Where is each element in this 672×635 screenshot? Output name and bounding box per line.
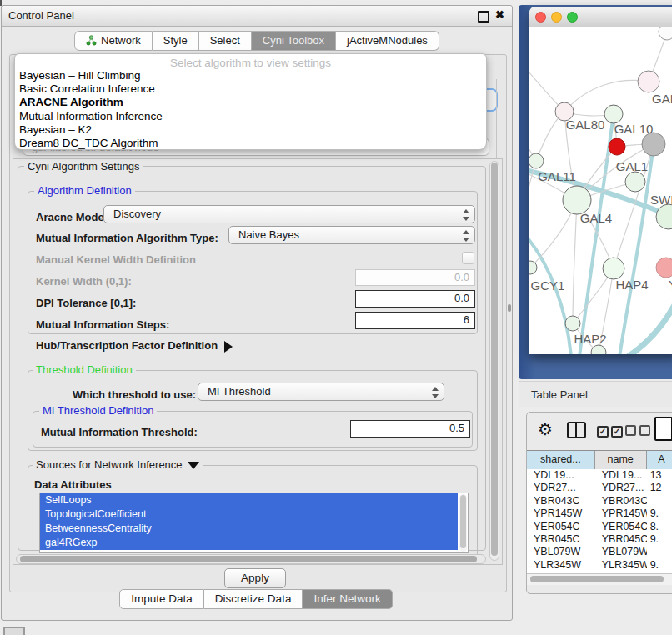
which-threshold-label: Which threshold to use:: [73, 388, 196, 401]
close-traffic-light[interactable]: [535, 12, 546, 22]
network-edge[interactable]: [628, 295, 672, 354]
network-edge[interactable]: [573, 200, 577, 323]
algorithm-option[interactable]: Dream8 DC_TDC Algorithm: [15, 137, 486, 150]
hub-definition-toggle[interactable]: Hub/Transcription Factor Definition: [36, 339, 233, 352]
table-cell: YLR345W: [595, 559, 647, 572]
tab-jactivemnodules[interactable]: jActiveMNodules: [336, 31, 439, 51]
sources-toggle[interactable]: Sources for Network Inference: [33, 459, 203, 470]
algorithm-option[interactable]: ARACNE Algorithm: [15, 96, 486, 109]
algorithm-option[interactable]: Basic Correlation Inference: [15, 82, 486, 96]
network-node-gal4[interactable]: [563, 186, 591, 214]
tab-infer-network[interactable]: Infer Network: [303, 589, 392, 609]
algorithm-option[interactable]: Bayesian – K2: [15, 123, 486, 137]
scrollbar-thumb[interactable]: [491, 162, 498, 556]
mi-threshold-field[interactable]: 0.5: [350, 420, 470, 438]
table-row[interactable]: YBL079WYBL079W: [527, 546, 672, 558]
apply-button[interactable]: Apply: [224, 568, 286, 588]
bottom-left-icon[interactable]: [3, 627, 25, 635]
column-header[interactable]: shared...: [527, 451, 595, 469]
select-all-checks-icon[interactable]: ✓✓: [597, 424, 625, 438]
tab-network[interactable]: Network: [74, 31, 153, 51]
network-edge[interactable]: [529, 235, 571, 354]
network-window: GALGAL80GAL10GAL1GAL11SWI4GAL4GCY1HAP4YH…: [529, 7, 672, 354]
deselect-all-checks-icon[interactable]: [625, 425, 654, 438]
table-cell: YER054C: [527, 521, 595, 533]
network-node-gal11[interactable]: [529, 153, 544, 168]
table-cell: YPR145W: [595, 508, 647, 520]
new-table-icon[interactable]: [654, 417, 672, 441]
network-node-gal1[interactable]: [625, 172, 645, 192]
data-attributes-list[interactable]: SelfLoopsTopologicalCoefficientBetweenne…: [39, 492, 469, 553]
algorithm-option[interactable]: Mutual Information Inference: [15, 110, 486, 123]
network-node-label: GAL80: [566, 118, 605, 132]
gear-icon[interactable]: ⚙: [538, 419, 553, 439]
close-icon[interactable]: ✖: [495, 8, 504, 21]
algorithm-option[interactable]: Bayesian – Hill Climbing: [15, 69, 486, 82]
network-node-hap2[interactable]: [565, 316, 580, 331]
which-threshold-combo[interactable]: MI Threshold: [198, 382, 444, 401]
scrollbar-thumb[interactable]: [530, 576, 664, 582]
tab-label: jActiveMNodules: [347, 34, 428, 47]
network-node[interactable]: [591, 345, 606, 354]
table-row[interactable]: YPR145WYPR145W9.: [527, 508, 672, 520]
table-row[interactable]: YLR345WYLR345W9.: [527, 559, 672, 572]
network-edge[interactable]: [579, 114, 614, 354]
table-row[interactable]: YBR043CYBR043C: [527, 495, 672, 508]
table-row[interactable]: YDR27...YDR27...12: [527, 482, 672, 494]
network-node-hap4[interactable]: [603, 258, 624, 279]
mi-type-combo[interactable]: Naive Bayes: [228, 226, 475, 244]
manual-kernel-checkbox[interactable]: [462, 252, 474, 264]
table-row[interactable]: YER054CYER054C8.: [527, 521, 672, 533]
window-title: Control Panel: [8, 9, 74, 22]
tab-label: Style: [163, 34, 188, 47]
mi-steps-field[interactable]: 6: [355, 312, 475, 329]
table-row[interactable]: YBR045CYBR045C9.: [527, 533, 672, 546]
network-canvas[interactable]: GALGAL80GAL10GAL1GAL11SWI4GAL4GCY1HAP4YH…: [529, 27, 672, 354]
expand-right-icon: [224, 341, 233, 352]
table-header-row: shared...nameA: [527, 450, 672, 470]
attribute-list-item[interactable]: SelfLoops: [40, 493, 458, 508]
column-header[interactable]: A: [647, 451, 672, 469]
collapse-down-icon: [188, 462, 199, 469]
network-node[interactable]: [642, 132, 665, 156]
dpi-tolerance-field[interactable]: 0.0: [355, 290, 475, 308]
settings-vertical-scrollbar[interactable]: [489, 161, 499, 561]
kernel-width-field[interactable]: 0.0: [355, 269, 475, 286]
tab-label: Network: [101, 34, 141, 47]
tab-discretize-data[interactable]: Discretize Data: [204, 589, 303, 609]
tab-style[interactable]: Style: [153, 31, 199, 51]
network-node-gcy1[interactable]: [529, 261, 537, 274]
scrollbar-thumb[interactable]: [20, 556, 477, 562]
attribute-list-item[interactable]: gal4RGexp: [40, 536, 458, 550]
network-node-swi4[interactable]: [656, 204, 672, 229]
network-node-label: GAL10: [614, 122, 654, 136]
tab-label: Select: [210, 34, 240, 47]
table-row[interactable]: YDL19...YDL19...13: [527, 469, 672, 482]
network-node[interactable]: [659, 27, 672, 40]
list-vertical-scrollbar[interactable]: [459, 494, 467, 552]
columns-icon[interactable]: [567, 422, 586, 438]
scrollbar-thumb[interactable]: [460, 495, 466, 548]
network-edge[interactable]: [564, 80, 649, 112]
column-header[interactable]: name: [595, 451, 647, 469]
network-node-gal[interactable]: [638, 71, 659, 92]
minimize-traffic-light[interactable]: [551, 12, 562, 22]
mi-threshold-group-label: MI Threshold Definition: [39, 405, 157, 416]
table-horizontal-scrollbar[interactable]: [527, 573, 672, 585]
settings-horizontal-scrollbar[interactable]: [16, 554, 486, 564]
aracne-mode-combo[interactable]: Discovery: [103, 205, 475, 223]
attribute-list-item[interactable]: BetweennessCentrality: [40, 522, 458, 536]
float-window-icon[interactable]: [478, 11, 489, 22]
zoom-traffic-light[interactable]: [567, 12, 578, 22]
tab-select[interactable]: Select: [199, 31, 252, 51]
attribute-list-item[interactable]: TopologicalCoefficient: [40, 508, 458, 522]
tab-cyni-toolbox[interactable]: Cyni Toolbox: [252, 31, 336, 51]
table-cell: 9.: [647, 559, 672, 572]
table-cell: YBL079W: [595, 546, 647, 558]
network-node[interactable]: [609, 138, 625, 155]
panel-splitter-handle[interactable]: [508, 304, 511, 312]
tab-impute-data[interactable]: Impute Data: [119, 589, 204, 609]
sources-label: Sources for Network Inference: [36, 458, 183, 471]
network-node-gal10[interactable]: [604, 105, 623, 123]
network-node-y[interactable]: [656, 258, 672, 278]
